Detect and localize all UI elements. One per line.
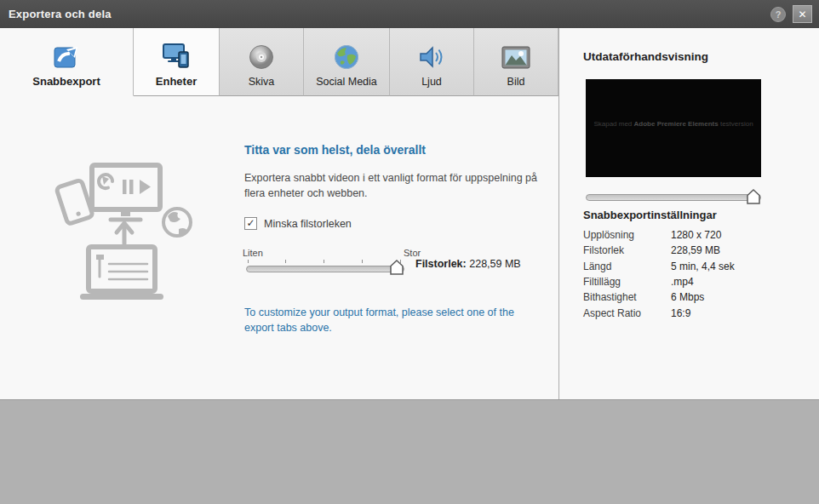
slider-min-label: Liten: [243, 248, 263, 258]
devices-illustration: [51, 161, 196, 304]
filesize-value: 228,59 MB: [469, 258, 520, 270]
tab-enheter[interactable]: Enheter: [134, 28, 220, 96]
tab-snabbexport[interactable]: Snabbexport: [0, 28, 134, 96]
setting-row: Filtillägg.mp4: [583, 274, 805, 289]
tab-label: Enheter: [156, 75, 197, 88]
devices-icon: [161, 42, 192, 69]
slider-max-label: Stor: [404, 248, 421, 258]
quick-export-settings-heading: Snabbexportinställningar: [583, 209, 717, 221]
setting-row: Aspect Ratio16:9: [583, 305, 805, 320]
tab-skiva[interactable]: Skiva: [220, 28, 304, 96]
speaker-icon: [418, 44, 445, 70]
quick-export-heading: Titta var som helst, dela överallt: [244, 143, 426, 157]
output-preview-panel: Utdataförhandsvisning Skapad med Adobe P…: [558, 28, 819, 399]
setting-row: Längd5 min, 4,4 sek: [583, 259, 805, 274]
preview-slider-thumb[interactable]: [747, 189, 760, 204]
picture-icon: [501, 46, 530, 70]
tab-social-media[interactable]: Social Media: [304, 28, 390, 96]
tab-label: Social Media: [316, 76, 377, 88]
dialog-title: Exportera och dela: [0, 8, 112, 20]
settings-list: Upplösning1280 x 720 Filstorlek228,59 MB…: [583, 227, 805, 321]
disc-icon: [249, 44, 274, 70]
reduce-filesize-checkbox[interactable]: ✓ Minska filstorleken: [244, 217, 352, 230]
close-icon[interactable]: ✕: [793, 5, 812, 23]
title-bar: Exportera och dela ? ✕: [0, 0, 819, 28]
filesize-slider[interactable]: [246, 261, 404, 278]
quick-export-panel: Titta var som helst, dela överallt Expor…: [0, 96, 558, 399]
setting-row: Filstorlek228,59 MB: [583, 243, 805, 258]
help-icon[interactable]: ?: [770, 7, 786, 22]
filesize-slider-thumb[interactable]: [390, 260, 404, 275]
watermark-text: Skapad med Adobe Premiere Elements testv…: [586, 120, 761, 128]
preview-scrub-slider[interactable]: [586, 189, 761, 204]
preview-slider-track[interactable]: [586, 194, 761, 201]
tab-ljud[interactable]: Ljud: [390, 28, 474, 96]
setting-row: Upplösning1280 x 720: [583, 227, 805, 243]
video-preview: Skapad med Adobe Premiere Elements testv…: [586, 79, 761, 177]
quick-export-icon: [52, 43, 81, 69]
checkbox-label: Minska filstorleken: [264, 218, 352, 230]
tab-label: Bild: [507, 76, 525, 88]
checkbox-check-icon[interactable]: ✓: [244, 217, 257, 230]
tab-bild[interactable]: Bild: [474, 28, 558, 96]
tab-label: Snabbexport: [32, 75, 100, 88]
preview-heading: Utdataförhandsvisning: [583, 50, 708, 63]
setting-row: Bithastighet6 Mbps: [583, 289, 805, 305]
export-share-dialog: Exportera och dela ? ✕ Snabbexport: [0, 0, 819, 504]
quick-export-description: Exportera snabbt videon i ett vanligt fo…: [244, 171, 551, 201]
tab-label: Skiva: [249, 76, 275, 88]
filesize-label: Filstorlek:: [415, 258, 467, 270]
filesize-readout: Filstorlek: 228,59 MB: [415, 258, 521, 270]
export-tabs: Snabbexport Enheter: [0, 28, 558, 96]
filesize-slider-track[interactable]: [246, 266, 404, 272]
tab-label: Ljud: [421, 76, 442, 88]
footer-bar: Filnamn Mål Bläddra Spara Avbryt: [0, 399, 819, 504]
globe-icon: [334, 44, 359, 70]
customize-note: To customize your output format, please …: [244, 306, 530, 335]
